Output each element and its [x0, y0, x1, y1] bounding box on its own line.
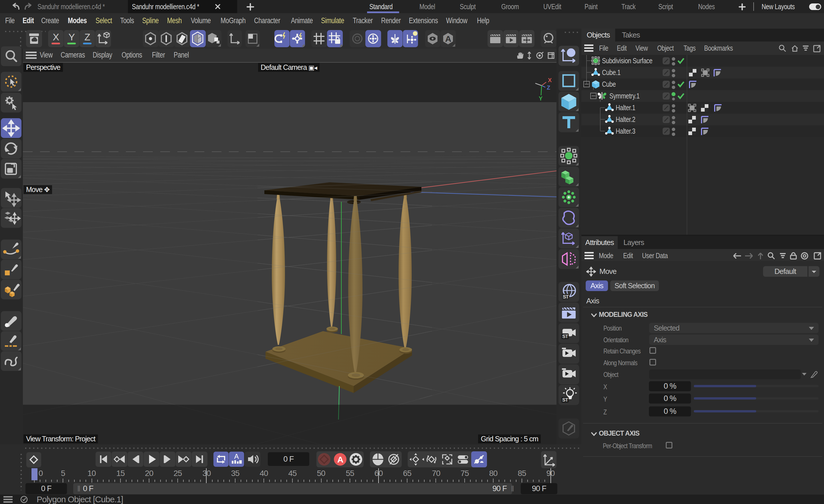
- svg-text:ST: ST: [562, 334, 568, 339]
- svg-text:X: X: [548, 77, 552, 83]
- svg-text:X: X: [53, 31, 59, 42]
- svg-text:A: A: [337, 455, 343, 464]
- svg-text:Y: Y: [539, 95, 543, 102]
- svg-text:ST: ST: [563, 294, 569, 300]
- svg-text:Y: Y: [68, 31, 75, 42]
- svg-text:Z: Z: [547, 84, 550, 91]
- svg-text:ST: ST: [562, 397, 568, 403]
- svg-text:Z: Z: [84, 31, 90, 42]
- svg-text:A: A: [445, 34, 451, 43]
- svg-text:A: A: [234, 452, 239, 460]
